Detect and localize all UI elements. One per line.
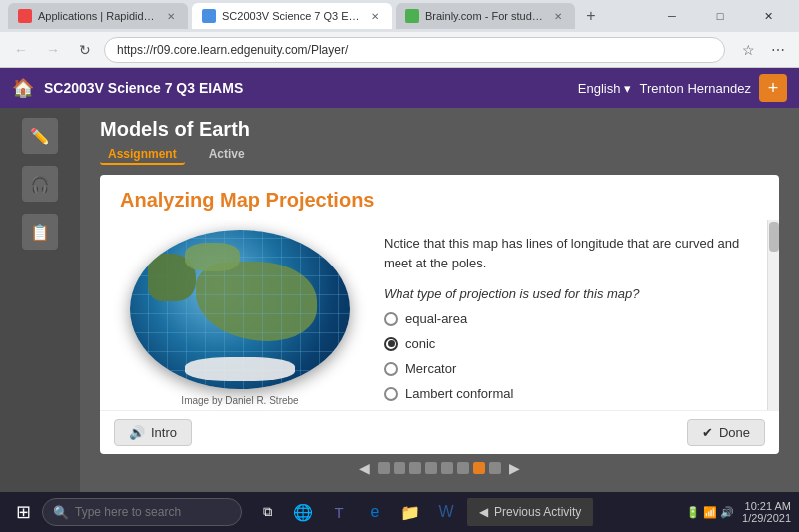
radio-mercator[interactable] xyxy=(384,362,398,376)
pagination-prev[interactable]: ◀ xyxy=(355,460,374,476)
add-button[interactable]: + xyxy=(759,74,787,102)
system-icons: 🔋 📶 🔊 xyxy=(686,506,734,519)
prev-arrow-icon: ◀ xyxy=(479,505,488,519)
file-button[interactable]: 📁 xyxy=(394,495,427,529)
radio-group: equal-area conic Mercator xyxy=(384,311,765,401)
option-lambert[interactable]: Lambert conformal xyxy=(384,386,749,401)
app-title: SC2003V Science 7 Q3 EIAMS xyxy=(44,80,578,96)
globe-caption: Image by Daniel R. Strebe xyxy=(181,395,298,406)
search-input[interactable] xyxy=(75,505,231,519)
taskbar: ⊞ 🔍 ⧉ 🌐 T e 📁 W ◀ Previous Activity 🔋 📶 … xyxy=(0,492,799,532)
scrollbar[interactable] xyxy=(767,220,779,410)
radio-lambert[interactable] xyxy=(384,387,398,401)
teams-button[interactable]: T xyxy=(322,495,356,529)
tab-edgenuity[interactable]: SC2003V Science 7 Q3 EIAMS - ✕ xyxy=(192,3,392,29)
assignment-badge: Assignment xyxy=(100,145,185,165)
question-text: Notice that this map has lines of longit… xyxy=(384,234,765,272)
browser-menu-icon[interactable]: ⋯ xyxy=(765,37,791,63)
start-button[interactable]: ⊞ xyxy=(8,497,38,527)
maximize-button[interactable]: □ xyxy=(697,1,743,31)
taskbar-clock: 10:21 AM 1/29/2021 xyxy=(742,500,791,524)
tab-close-1[interactable]: ✕ xyxy=(164,9,178,23)
forward-button[interactable]: → xyxy=(40,37,66,63)
activity-title: Analyzing Map Projections xyxy=(100,175,779,220)
speaker-icon: 🔊 xyxy=(129,425,145,440)
pag-dot-5[interactable] xyxy=(441,462,453,474)
sidebar-pencil-icon[interactable]: ✏️ xyxy=(22,118,58,154)
header-right: English ▾ Trenton Hernandez xyxy=(578,81,751,96)
pagination: ◀ ▶ xyxy=(100,454,779,482)
option-equal-area[interactable]: equal-area xyxy=(384,311,749,326)
back-button[interactable]: ← xyxy=(8,37,34,63)
sidebar-clipboard-icon[interactable]: 📋 xyxy=(22,214,58,250)
taskbar-apps: ⧉ 🌐 T e 📁 W xyxy=(250,495,463,529)
pagination-next[interactable]: ▶ xyxy=(505,460,524,476)
option-conic[interactable]: conic xyxy=(384,336,749,351)
card-footer: 🔊 Intro ✔ Done xyxy=(100,410,779,454)
radio-conic[interactable] xyxy=(384,337,398,351)
activity-card-inner: Analyzing Map Projections Image b xyxy=(100,175,779,410)
pag-dot-7[interactable] xyxy=(473,462,485,474)
main-layout: ✏️ 🎧 📋 Models of Earth Assignment Active… xyxy=(0,108,799,492)
tab-rapididentity[interactable]: Applications | Rapididentity ✕ xyxy=(8,3,188,29)
radio-equal-area[interactable] xyxy=(384,312,398,326)
pag-dot-3[interactable] xyxy=(409,462,421,474)
question-section: Notice that this map has lines of longit… xyxy=(380,220,779,410)
pag-dot-4[interactable] xyxy=(425,462,437,474)
taskbar-right: 🔋 📶 🔊 10:21 AM 1/29/2021 xyxy=(686,500,791,524)
lesson-title: Models of Earth xyxy=(100,118,779,141)
intro-button[interactable]: 🔊 Intro xyxy=(114,419,192,446)
toolbar-icons: ☆ ⋯ xyxy=(735,37,791,63)
tab-brainly[interactable]: Brainly.com - For students. By st... ✕ xyxy=(396,3,575,29)
globe-image xyxy=(130,230,350,389)
taskbar-search-box[interactable]: 🔍 xyxy=(42,498,242,526)
checkmark-icon: ✔ xyxy=(702,425,713,440)
minimize-button[interactable]: ─ xyxy=(649,1,695,31)
antarctica xyxy=(185,357,295,381)
main-wrapper: ✏️ 🎧 📋 Models of Earth Assignment Active… xyxy=(0,108,799,492)
sidebar: ✏️ 🎧 📋 xyxy=(0,108,80,492)
search-icon: 🔍 xyxy=(53,505,69,520)
pag-dot-1[interactable] xyxy=(378,462,390,474)
close-button[interactable]: ✕ xyxy=(745,1,791,31)
edge2-button[interactable]: e xyxy=(358,495,392,529)
content-area: Models of Earth Assignment Active Analyz… xyxy=(80,108,799,492)
lesson-meta: Assignment Active xyxy=(100,145,779,165)
edge-button[interactable]: 🌐 xyxy=(286,495,320,529)
active-badge: Active xyxy=(201,145,253,165)
username-label: Trenton Hernandez xyxy=(639,81,751,96)
prev-activity-button[interactable]: ◀ Previous Activity xyxy=(467,498,593,526)
option-mercator[interactable]: Mercator xyxy=(384,361,749,376)
tab-close-3[interactable]: ✕ xyxy=(551,9,565,23)
done-button[interactable]: ✔ Done xyxy=(687,419,765,446)
sidebar-headphone-icon[interactable]: 🎧 xyxy=(22,166,58,202)
globe-section: Image by Daniel R. Strebe xyxy=(100,220,380,410)
activity-card: Analyzing Map Projections Image b xyxy=(100,175,779,454)
activity-body: Image by Daniel R. Strebe Notice that th… xyxy=(100,220,779,410)
pag-dot-2[interactable] xyxy=(394,462,405,474)
app-header: 🏠 SC2003V Science 7 Q3 EIAMS English ▾ T… xyxy=(0,68,799,108)
star-icon[interactable]: ☆ xyxy=(735,37,761,63)
language-selector[interactable]: English ▾ xyxy=(578,81,632,96)
browser-titlebar: Applications | Rapididentity ✕ SC2003V S… xyxy=(0,0,799,32)
window-controls: ─ □ ✕ xyxy=(649,1,791,31)
tab-close-2[interactable]: ✕ xyxy=(368,9,382,23)
new-tab-button[interactable]: + xyxy=(579,4,603,28)
question-label: What type of projection is used for this… xyxy=(384,286,765,301)
north-america xyxy=(148,254,196,301)
pag-dot-6[interactable] xyxy=(457,462,469,474)
taskview-button[interactable]: ⧉ xyxy=(250,495,284,529)
home-icon[interactable]: 🏠 xyxy=(12,77,34,99)
pag-dot-8[interactable] xyxy=(489,462,501,474)
address-input[interactable] xyxy=(104,37,725,63)
word-button[interactable]: W xyxy=(429,495,463,529)
scrollbar-thumb[interactable] xyxy=(769,222,779,252)
address-bar: ← → ↻ ☆ ⋯ xyxy=(0,32,799,68)
chevron-down-icon: ▾ xyxy=(624,81,631,96)
reload-button[interactable]: ↻ xyxy=(72,37,98,63)
